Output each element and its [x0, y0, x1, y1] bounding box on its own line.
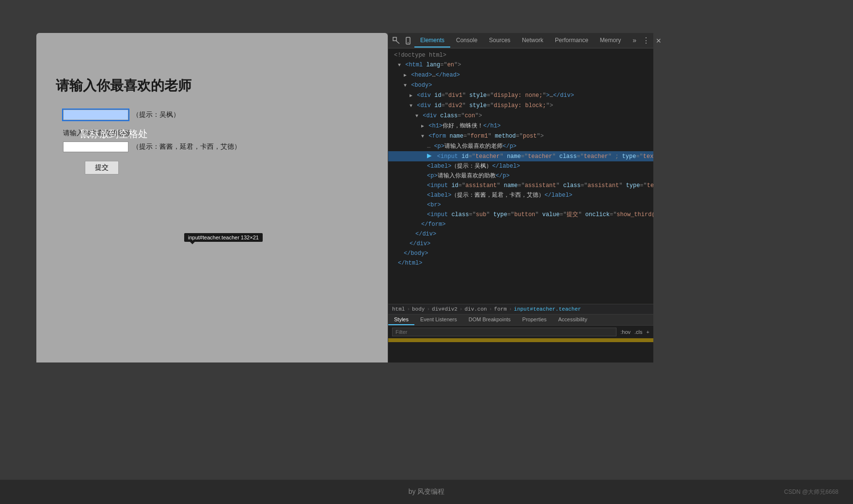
breadcrumb-body[interactable]: body: [412, 306, 425, 312]
breadcrumb-input[interactable]: input#teacher.teacher: [514, 306, 581, 312]
styles-filter-input[interactable]: [392, 328, 616, 336]
tab-more[interactable]: »: [627, 33, 642, 48]
assistant-hint: （提示：酱酱，延君，卡西，艾德）: [132, 142, 241, 151]
tab-elements[interactable]: Elements: [414, 34, 450, 47]
teacher-hint: （提示：吴枫）: [132, 110, 180, 119]
mobile-icon[interactable]: [404, 36, 412, 45]
breadcrumb-html[interactable]: html: [392, 306, 405, 312]
html-input-teacher-line[interactable]: ▶ <input id="teacher" name="teacher" cla…: [388, 151, 653, 161]
annotation-text: 鼠标放到空格处: [80, 127, 148, 141]
footer: by 风变编程 CSDN @大师兄6668: [0, 480, 853, 504]
tab-sources[interactable]: Sources: [483, 34, 516, 47]
html-br-line: <br>: [388, 200, 653, 210]
html-con-line: <div class="con">: [388, 111, 653, 121]
html-input-submit-line: <input class="sub" type="button" value="…: [388, 210, 653, 220]
html-html-line: <html lang="en">: [388, 60, 653, 70]
devtools-styles-panel: Styles Event Listeners DOM Breakpoints P…: [388, 314, 653, 362]
styles-filter-row: :hov .cls +: [388, 326, 653, 338]
html-input-assistant-line: <input id="assistant" name="assistant" c…: [388, 181, 653, 190]
breadcrumb-div2[interactable]: div#div2: [432, 306, 458, 312]
hov-button[interactable]: :hov: [620, 329, 631, 335]
svg-rect-0: [393, 37, 396, 41]
devtools-breadcrumb: html › body › div#div2 › div.con › form …: [388, 304, 653, 314]
footer-right-text: CSDN @大师兄6668: [784, 488, 838, 496]
html-doctype-line: <!doctype html>: [388, 50, 653, 60]
assistant-input[interactable]: [63, 142, 128, 152]
devtools-tabs: Elements Console Sources Network Perform…: [388, 33, 653, 48]
teacher-input[interactable]: [63, 110, 128, 120]
breadcrumb-con[interactable]: div.con: [464, 306, 487, 312]
html-h1-line: <h1>你好，蜘蛛侠！</h1>: [388, 121, 653, 131]
breadcrumb-form[interactable]: form: [494, 306, 506, 312]
devtools-panel: Elements Console Sources Network Perform…: [388, 33, 653, 362]
html-div1-line: <div id="div1" style="display: none;">…<…: [388, 91, 653, 101]
devtools-close-button[interactable]: ✕: [656, 37, 662, 45]
svg-line-1: [396, 41, 399, 44]
tab-memory[interactable]: Memory: [594, 34, 627, 47]
html-label-assistant-line: <label>（提示：酱酱，延君，卡西，艾德）</label>: [388, 190, 653, 200]
html-form-line: <form name="form1" method="post">: [388, 131, 653, 142]
inspect-icon[interactable]: [392, 36, 401, 45]
html-div2-line: <div id="div2" style="display: block;">: [388, 101, 653, 111]
html-html-close-line: </html>: [388, 258, 653, 268]
html-div2-close-line: </div>: [388, 239, 653, 249]
styles-tabs: Styles Event Listeners DOM Breakpoints P…: [388, 315, 653, 326]
cls-button[interactable]: .cls: [634, 329, 643, 335]
assistant-form-row: （提示：酱酱，延君，卡西，艾德）: [63, 142, 368, 152]
svg-point-3: [408, 42, 409, 43]
styles-filter-right: :hov .cls +: [620, 329, 649, 335]
add-style-button[interactable]: +: [647, 329, 649, 335]
html-body-close-line: </body>: [388, 249, 653, 258]
html-head-line: <head>…</head>: [388, 70, 653, 80]
tab-properties[interactable]: Properties: [517, 315, 553, 325]
page-content: 鼠标放到空格处 请输入你最喜欢的老师 input#teacher.teacher…: [36, 33, 388, 362]
devtools-html-content[interactable]: <!doctype html> <html lang="en"> <head>……: [388, 48, 653, 304]
page-title: 请输入你最喜欢的老师: [56, 77, 368, 95]
html-body-line: <body>: [388, 80, 653, 91]
tab-network[interactable]: Network: [516, 34, 549, 47]
footer-text: by 风变编程: [409, 488, 445, 496]
element-tooltip: input#teacher.teacher 132×21: [184, 233, 263, 242]
html-form-close-line: </form>: [388, 220, 653, 229]
tab-accessibility[interactable]: Accessibility: [553, 315, 593, 325]
decorative-bar: [388, 338, 653, 342]
html-p-assistant-line: <p>请输入你最喜欢的助教</p>: [388, 171, 653, 181]
browser-window: 鼠标放到空格处 请输入你最喜欢的老师 input#teacher.teacher…: [36, 33, 388, 362]
devtools-more-icon[interactable]: ⋮: [642, 36, 650, 45]
tab-performance[interactable]: Performance: [549, 34, 594, 47]
html-p-teacher-line: … <p>请输入你最喜欢的老师</p>: [388, 142, 653, 151]
html-label-teacher-line: <label>（提示：吴枫）</label>: [388, 161, 653, 171]
submit-button[interactable]: 提交: [85, 161, 119, 174]
html-div-con-close-line: </div>: [388, 229, 653, 239]
tab-event-listeners[interactable]: Event Listeners: [414, 315, 463, 325]
tab-styles[interactable]: Styles: [388, 315, 414, 325]
teacher-form-row: input#teacher.teacher 132×21 （提示：吴枫）: [56, 110, 368, 120]
tab-console[interactable]: Console: [450, 34, 483, 47]
tab-dom-breakpoints[interactable]: DOM Breakpoints: [463, 315, 517, 325]
